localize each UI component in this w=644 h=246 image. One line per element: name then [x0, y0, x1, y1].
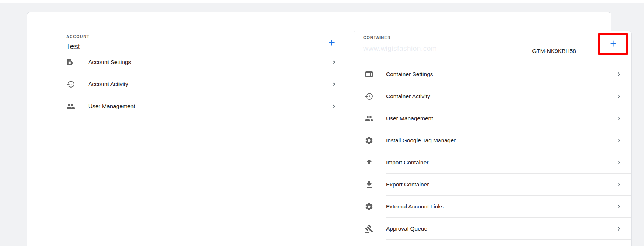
- row-label: Container Activity: [386, 93, 430, 100]
- chevron-right-icon: [615, 115, 623, 122]
- account-name: Test: [66, 42, 80, 51]
- chevron-right-icon: [615, 137, 623, 144]
- row-label: Account Settings: [88, 59, 131, 65]
- container-item-install-google-tag-manager[interactable]: Install Google Tag Manager: [353, 129, 631, 151]
- chevron-right-icon: [330, 58, 337, 66]
- add-container-button[interactable]: [608, 39, 619, 50]
- row-label: External Account Links: [386, 203, 444, 210]
- chevron-right-icon: [615, 225, 623, 232]
- row-label: User Management: [386, 115, 433, 122]
- people-icon: [66, 102, 75, 111]
- chevron-right-icon: [615, 71, 623, 78]
- row-label: Account Activity: [88, 81, 128, 88]
- add-account-button[interactable]: [326, 37, 337, 49]
- red-annotation-box: [598, 33, 628, 55]
- container-item-container-settings[interactable]: Container Settings: [353, 63, 631, 85]
- building-icon: [66, 58, 75, 67]
- people-icon: [365, 114, 374, 123]
- gear-icon: [365, 202, 374, 211]
- web-layout-icon: [365, 70, 374, 79]
- chevron-right-icon: [330, 81, 337, 88]
- account-item-account-settings[interactable]: Account Settings: [60, 51, 345, 73]
- container-item-export-container[interactable]: Export Container: [353, 174, 631, 196]
- container-card: CONTAINER www.wigisfashion.com GTM-NK9KB…: [353, 31, 632, 246]
- gtm-admin-screen: ACCOUNT Test Account SettingsAccount Act…: [0, 0, 644, 246]
- plus-icon: [327, 38, 336, 49]
- chevron-right-icon: [330, 103, 337, 110]
- row-label: User Management: [88, 103, 135, 110]
- chevron-right-icon: [615, 159, 623, 166]
- container-name-redacted: www.wigisfashion.com: [363, 44, 437, 53]
- chevron-right-icon: [615, 203, 623, 210]
- upload-icon: [365, 158, 374, 167]
- account-item-account-activity[interactable]: Account Activity: [60, 73, 345, 95]
- chevron-right-icon: [615, 181, 623, 188]
- container-item-approval-queue[interactable]: Approval Queue: [353, 218, 631, 240]
- container-item-user-management[interactable]: User Management: [353, 107, 631, 129]
- row-label: Export Container: [386, 181, 429, 188]
- download-icon: [365, 180, 374, 189]
- account-item-user-management[interactable]: User Management: [60, 95, 345, 117]
- account-section-label: ACCOUNT: [66, 34, 89, 39]
- history-icon: [365, 92, 374, 101]
- container-item-import-container[interactable]: Import Container: [353, 151, 631, 174]
- container-item-container-activity[interactable]: Container Activity: [353, 85, 631, 107]
- history-icon: [66, 80, 75, 89]
- chevron-right-icon: [615, 93, 623, 100]
- row-label: Install Google Tag Manager: [386, 137, 456, 144]
- container-section-label: CONTAINER: [363, 35, 391, 40]
- plus-icon: [608, 39, 618, 50]
- row-label: Import Container: [386, 159, 428, 166]
- gear-icon: [365, 136, 374, 145]
- container-item-environments[interactable]: Environments: [353, 240, 631, 246]
- row-label: Approval Queue: [386, 225, 427, 232]
- container-item-external-account-links[interactable]: External Account Links: [353, 196, 631, 218]
- admin-card: ACCOUNT Test Account SettingsAccount Act…: [27, 12, 611, 246]
- gavel-icon: [365, 224, 374, 233]
- row-label: Container Settings: [386, 71, 433, 78]
- container-id: GTM-NK9KBH58: [532, 48, 576, 54]
